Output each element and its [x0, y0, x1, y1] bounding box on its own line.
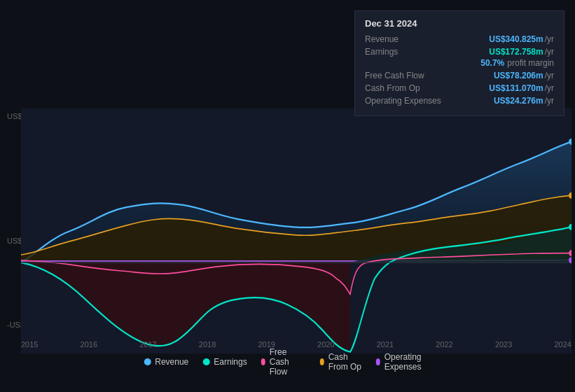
- profit-margin-value: 50.7%: [480, 58, 504, 68]
- chart-area: [21, 108, 571, 354]
- x-label-2015: 2015: [21, 340, 38, 349]
- operating-expenses-value: US$24.276m: [494, 96, 543, 106]
- legend-dot-cash-from-op: [320, 358, 324, 365]
- chart-svg: [21, 108, 571, 354]
- cash-from-op-row: Cash From Op US$131.070m/yr: [365, 83, 554, 93]
- x-label-2023: 2023: [495, 340, 512, 349]
- chart-container: Dec 31 2024 Revenue US$340.825m/yr Earni…: [0, 0, 575, 392]
- legend-label-free-cash-flow: Free Cash Flow: [270, 347, 306, 377]
- legend-dot-revenue: [144, 358, 151, 365]
- tooltip-box: Dec 31 2024 Revenue US$340.825m/yr Earni…: [354, 10, 564, 116]
- legend-free-cash-flow[interactable]: Free Cash Flow: [261, 347, 306, 377]
- legend-dot-earnings: [202, 358, 209, 365]
- earnings-label: Earnings: [365, 47, 442, 57]
- revenue-value: US$340.825m: [489, 34, 543, 44]
- profit-margin-row: 50.7% profit margin: [365, 58, 554, 68]
- revenue-label: Revenue: [365, 34, 442, 44]
- free-cash-flow-label: Free Cash Flow: [365, 71, 442, 80]
- legend-cash-from-op[interactable]: Cash From Op: [320, 352, 362, 372]
- legend-label-revenue: Revenue: [155, 357, 188, 367]
- x-label-2016: 2016: [81, 340, 97, 349]
- profit-margin-text: profit margin: [507, 58, 554, 68]
- legend-dot-operating-expenses: [376, 358, 380, 365]
- x-label-2022: 2022: [436, 340, 452, 349]
- legend-label-earnings: Earnings: [214, 357, 247, 367]
- legend-dot-free-cash-flow: [261, 358, 265, 365]
- revenue-row: Revenue US$340.825m/yr: [365, 34, 554, 44]
- legend-label-operating-expenses: Operating Expenses: [385, 352, 431, 372]
- earnings-value: US$172.758m: [489, 47, 543, 57]
- legend-revenue[interactable]: Revenue: [144, 357, 188, 367]
- earnings-row: Earnings US$172.758m/yr: [365, 47, 554, 57]
- legend: Revenue Earnings Free Cash Flow Cash Fro…: [144, 347, 431, 377]
- cash-from-op-value: US$131.070m: [489, 83, 543, 93]
- free-cash-flow-row: Free Cash Flow US$78.206m/yr: [365, 71, 554, 80]
- operating-expenses-label: Operating Expenses: [365, 96, 442, 106]
- x-label-2024: 2024: [554, 340, 571, 349]
- tooltip-date: Dec 31 2024: [365, 18, 554, 29]
- legend-earnings[interactable]: Earnings: [202, 357, 247, 367]
- legend-operating-expenses[interactable]: Operating Expenses: [376, 352, 431, 372]
- cash-from-op-label: Cash From Op: [365, 83, 442, 93]
- free-cash-flow-value: US$78.206m: [494, 71, 543, 80]
- operating-expenses-row: Operating Expenses US$24.276m/yr: [365, 96, 554, 106]
- legend-label-cash-from-op: Cash From Op: [328, 352, 362, 372]
